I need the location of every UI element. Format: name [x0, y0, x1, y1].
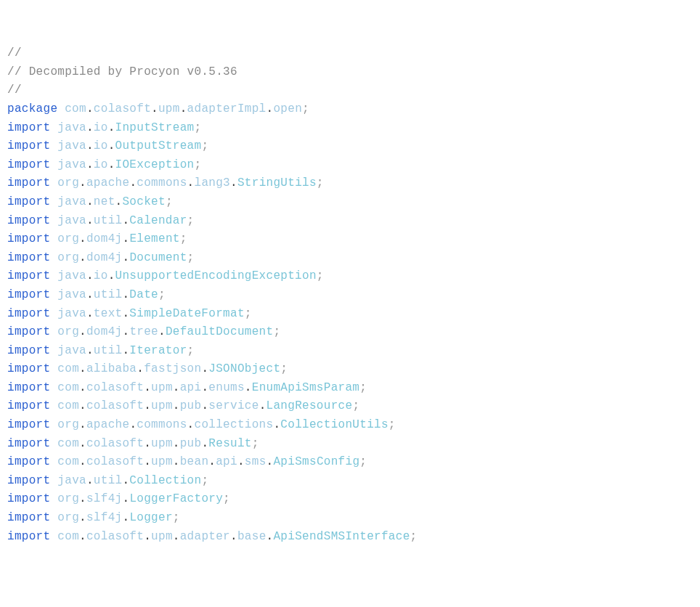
- code-line: import org.apache.commons.lang3.StringUt…: [7, 174, 693, 193]
- package-segment: open: [273, 102, 302, 115]
- package-segment: util: [94, 474, 123, 487]
- code-line: import org.apache.commons.collections.Co…: [7, 416, 693, 435]
- type-name: ApiSmsConfig: [273, 455, 359, 468]
- comment: // Decompiled by Procyon v0.5.36: [7, 65, 237, 78]
- dot: .: [79, 455, 86, 468]
- semicolon: ;: [223, 492, 230, 505]
- dot: .: [144, 399, 151, 412]
- semicolon: ;: [187, 251, 195, 264]
- package-segment: io: [94, 121, 108, 134]
- semicolon: ;: [194, 121, 201, 134]
- dot: .: [144, 381, 151, 394]
- package-segment: commons: [137, 418, 187, 431]
- keyword-import: import: [7, 437, 50, 450]
- type-name: Date: [129, 288, 158, 301]
- code-line: //: [7, 44, 693, 63]
- package-segment: pub: [180, 399, 202, 412]
- dot: .: [266, 530, 274, 543]
- package-segment: bean: [180, 455, 209, 468]
- dot: .: [86, 102, 94, 115]
- package-segment: util: [94, 288, 123, 301]
- dot: .: [86, 195, 94, 208]
- semicolon: ;: [302, 102, 309, 115]
- package-segment: dom4j: [86, 325, 123, 338]
- dot: .: [129, 418, 137, 431]
- dot: .: [122, 492, 129, 505]
- dot: .: [173, 455, 180, 468]
- type-name: UnsupportedEncodingException: [115, 269, 317, 282]
- package-segment: org: [57, 251, 79, 264]
- type-name: DefaultDocument: [166, 325, 274, 338]
- dot: .: [208, 455, 216, 468]
- code-line: import java.util.Calendar;: [7, 212, 693, 231]
- keyword-import: import: [7, 530, 50, 543]
- keyword-import: import: [7, 139, 50, 152]
- package-segment: upm: [151, 530, 173, 543]
- dot: .: [122, 307, 129, 320]
- package-segment: colasoft: [86, 381, 144, 394]
- dot: .: [122, 232, 129, 245]
- package-segment: io: [94, 139, 108, 152]
- type-name: Element: [129, 232, 179, 245]
- dot: .: [122, 251, 129, 264]
- code-line: import org.dom4j.Document;: [7, 249, 693, 268]
- dot: .: [122, 288, 129, 301]
- package-segment: lang3: [195, 176, 231, 190]
- code-block: // // Decompiled by Procyon v0.5.36// pa…: [7, 44, 693, 546]
- dot: .: [86, 139, 94, 152]
- dot: .: [108, 139, 115, 152]
- semicolon: ;: [166, 195, 173, 208]
- type-name: EnumApiSmsParam: [252, 381, 360, 394]
- semicolon: ;: [280, 362, 288, 375]
- package-segment: org: [57, 492, 79, 505]
- package-segment: pub: [180, 437, 202, 450]
- package-segment: org: [57, 511, 79, 524]
- dot: .: [173, 399, 180, 412]
- keyword-import: import: [7, 288, 50, 301]
- package-segment: java: [57, 139, 86, 152]
- dot: .: [173, 381, 180, 394]
- package-segment: tree: [129, 325, 158, 338]
- package-segment: upm: [151, 381, 173, 394]
- dot: .: [79, 325, 86, 338]
- keyword-import: import: [7, 195, 50, 208]
- package-segment: java: [57, 344, 86, 357]
- comment: //: [7, 83, 29, 97]
- type-name: CollectionUtils: [280, 418, 388, 431]
- package-segment: slf4j: [86, 511, 123, 524]
- code-line: import java.text.SimpleDateFormat;: [7, 305, 693, 324]
- semicolon: ;: [317, 176, 324, 190]
- dot: .: [86, 474, 94, 487]
- dot: .: [79, 492, 86, 505]
- package-segment: colasoft: [86, 455, 144, 468]
- code-line: import java.io.OutputStream;: [7, 137, 693, 156]
- comment: //: [7, 46, 29, 60]
- package-segment: java: [57, 121, 86, 134]
- keyword-import: import: [7, 307, 50, 320]
- keyword-import: import: [7, 362, 50, 375]
- code-line: package com.colasoft.upm.adapterImpl.ope…: [7, 100, 693, 119]
- package-segment: io: [94, 269, 108, 282]
- dot: .: [201, 437, 208, 450]
- dot: .: [79, 437, 86, 450]
- code-line: import org.slf4j.LoggerFactory;: [7, 490, 693, 509]
- keyword-import: import: [7, 251, 50, 264]
- dot: .: [122, 325, 129, 338]
- package-segment: adapterImpl: [187, 102, 266, 115]
- dot: .: [79, 381, 86, 394]
- semicolon: ;: [245, 307, 252, 320]
- dot: .: [173, 530, 180, 543]
- dot: .: [79, 511, 86, 524]
- semicolon: ;: [180, 232, 187, 245]
- dot: .: [79, 362, 86, 375]
- type-name: LoggerFactory: [129, 492, 223, 505]
- package-segment: upm: [151, 437, 173, 450]
- dot: .: [86, 121, 94, 134]
- dot: .: [230, 176, 237, 190]
- type-name: Document: [129, 251, 187, 264]
- keyword-import: import: [7, 232, 50, 245]
- code-line: import com.colasoft.upm.pub.service.Lang…: [7, 397, 693, 416]
- code-line: import com.colasoft.upm.bean.api.sms.Api…: [7, 453, 693, 472]
- dot: .: [201, 399, 208, 412]
- package-segment: net: [94, 195, 115, 208]
